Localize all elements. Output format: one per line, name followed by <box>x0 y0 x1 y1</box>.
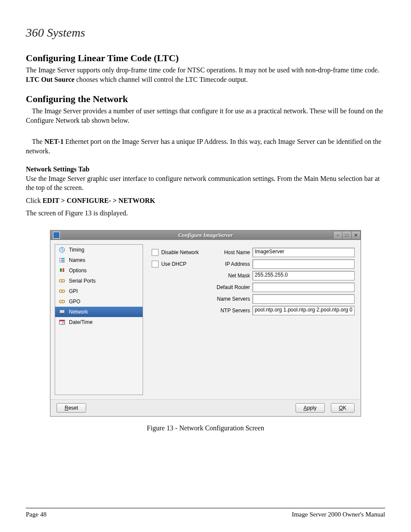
name-servers-field[interactable] <box>252 294 355 304</box>
sidebar-item-label: GPI <box>69 288 78 294</box>
svg-rect-4 <box>61 258 65 259</box>
svg-rect-14 <box>61 314 63 314</box>
para-net-4: Click EDIT > CONFIGURE- > NETWORK <box>26 196 385 205</box>
text: Click <box>26 197 43 204</box>
svg-rect-3 <box>59 261 60 262</box>
footer-left: Page 48 <box>26 511 47 518</box>
sidebar-item-label: Timing <box>69 247 84 253</box>
heading-network: Configuring the Network <box>26 93 385 105</box>
network-form: Disable Network Host Name ImageServer Us… <box>143 240 361 399</box>
text-bold: LTC Out Source <box>26 76 75 83</box>
heading-ltc: Configuring Linear Time Code (LTC) <box>26 53 385 64</box>
svg-point-10 <box>62 290 65 292</box>
svg-rect-6 <box>61 261 65 262</box>
text: chooses which channel will control the L… <box>75 76 248 83</box>
ntp-servers-label: NTP Servers <box>212 308 252 314</box>
apply-button[interactable]: Apply <box>296 403 325 413</box>
text-bold: EDIT > CONFIGURE- > NETWORK <box>43 197 156 204</box>
text: Ethernet port on the Image Server has a … <box>26 138 381 155</box>
sidebar-item-timing[interactable]: Timing <box>55 245 143 255</box>
use-dhcp-label: Use DHCP <box>161 261 187 267</box>
sidebar-item-label: Names <box>69 257 85 263</box>
link-icon <box>59 298 65 305</box>
svg-point-17 <box>62 322 65 325</box>
ok-button[interactable]: OK <box>331 403 355 413</box>
text-bold: NET-1 <box>44 138 64 145</box>
window-titlebar[interactable]: Configure ImageServer ‐ □ × <box>50 230 361 240</box>
brand-logo: 360 Systems <box>26 26 385 40</box>
dialog-button-row: Reset Apply OK <box>50 399 361 416</box>
calendar-icon <box>59 319 65 326</box>
configure-window: Configure ImageServer ‐ □ × Timing Names <box>50 230 361 417</box>
figure-caption: Figure 13 - Network Configuration Screen <box>26 424 385 432</box>
para-net-1: The Image Server provides a number of us… <box>26 106 385 125</box>
subheading-network-settings: Network Settings Tab <box>26 165 385 173</box>
svg-point-8 <box>62 280 65 282</box>
text: The Image Server supports only drop-fram… <box>26 66 380 74</box>
sidebar-item-label: Date/Time <box>69 319 93 325</box>
window-body: Timing Names Options Serial Ports GPI <box>50 240 361 399</box>
sidebar-item-gpi[interactable]: GPI <box>55 286 143 296</box>
ntp-servers-field[interactable]: pool.ntp.org 1.pool.ntp.org 2.pool.ntp.o… <box>252 306 355 315</box>
button-label: pply <box>307 405 317 411</box>
puzzle-icon <box>59 267 65 274</box>
sidebar-item-label: Options <box>69 268 87 274</box>
svg-rect-13 <box>59 310 65 313</box>
svg-rect-2 <box>59 260 60 261</box>
sidebar-item-options[interactable]: Options <box>55 265 143 276</box>
button-label: K <box>343 405 346 411</box>
sidebar-item-label: GPO <box>69 299 81 305</box>
svg-point-12 <box>62 300 65 303</box>
sidebar-item-label: Serial Ports <box>69 278 96 284</box>
sidebar-item-label: Network <box>69 309 88 315</box>
minimize-button[interactable]: ‐ <box>333 231 342 240</box>
para-ltc: The Image Server supports only drop-fram… <box>26 65 385 84</box>
host-name-field[interactable]: ImageServer <box>252 248 355 257</box>
ip-address-field[interactable] <box>252 259 355 269</box>
para-net-2: The NET-1 Ethernet port on the Image Ser… <box>26 137 385 156</box>
host-name-label: Host Name <box>212 249 252 255</box>
text: The <box>32 138 44 145</box>
button-label: eset <box>68 405 78 411</box>
disable-network-label: Disable Network <box>161 249 199 255</box>
para-net-3: Use the Image Server graphic user interf… <box>26 174 385 193</box>
sidebar-item-network[interactable]: Network <box>55 307 143 317</box>
link-icon <box>59 288 65 295</box>
list-icon <box>59 257 65 264</box>
document-page: 360 Systems Configuring Linear Time Code… <box>0 0 411 532</box>
svg-rect-1 <box>59 258 60 259</box>
clock-icon <box>59 246 65 253</box>
ip-address-label: IP Address <box>212 261 252 267</box>
footer-rule <box>26 508 385 508</box>
use-dhcp-checkbox[interactable] <box>152 261 159 268</box>
sidebar-item-date-time[interactable]: Date/Time <box>55 317 143 327</box>
svg-rect-5 <box>61 260 65 261</box>
sidebar: Timing Names Options Serial Ports GPI <box>55 244 143 395</box>
sidebar-item-gpo[interactable]: GPO <box>55 296 143 307</box>
monitor-icon <box>59 308 65 315</box>
maximize-button[interactable]: □ <box>342 231 352 240</box>
svg-rect-16 <box>59 320 65 321</box>
name-servers-label: Name Servers <box>212 296 252 302</box>
footer-right: Image Server 2000 Owner's Manual <box>292 511 385 518</box>
sidebar-item-names[interactable]: Names <box>55 255 143 265</box>
sidebar-item-serial-ports[interactable]: Serial Ports <box>55 276 143 286</box>
link-icon <box>59 277 65 284</box>
window-controls: ‐ □ × <box>333 231 361 240</box>
default-router-field[interactable] <box>252 283 355 292</box>
reset-button[interactable]: Reset <box>56 403 86 413</box>
page-footer: Page 48 Image Server 2000 Owner's Manual <box>26 511 385 518</box>
close-button[interactable]: × <box>351 231 361 240</box>
net-mask-field[interactable]: 255.255.255.0 <box>252 271 355 280</box>
default-router-label: Default Router <box>212 284 252 290</box>
window-title: Configure ImageServer <box>50 232 361 239</box>
para-net-5: The screen of Figure 13 is displayed. <box>26 208 385 218</box>
disable-network-checkbox[interactable] <box>152 249 159 256</box>
net-mask-label: Net Mask <box>212 273 252 279</box>
